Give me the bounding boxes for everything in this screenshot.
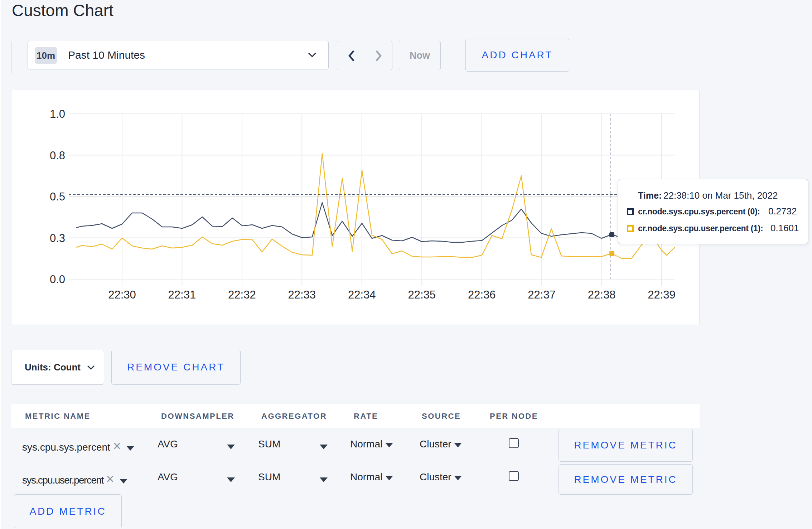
svg-text:0.0: 0.0	[50, 273, 65, 286]
svg-text:22:39: 22:39	[648, 288, 676, 301]
svg-text:22:36: 22:36	[468, 288, 496, 301]
svg-text:0.8: 0.8	[50, 149, 65, 162]
svg-text:22:34: 22:34	[348, 288, 376, 301]
svg-text:22:38: 22:38	[588, 288, 616, 301]
svg-text:22:37: 22:37	[528, 288, 556, 301]
svg-text:1.0: 1.0	[50, 108, 65, 120]
svg-text:22:32: 22:32	[228, 288, 256, 301]
svg-text:22:33: 22:33	[288, 288, 316, 301]
svg-text:22:30: 22:30	[108, 288, 136, 301]
svg-text:22:31: 22:31	[168, 288, 196, 301]
svg-text:0.3: 0.3	[50, 232, 65, 244]
svg-text:22:35: 22:35	[408, 288, 436, 301]
svg-text:0.5: 0.5	[50, 190, 65, 203]
